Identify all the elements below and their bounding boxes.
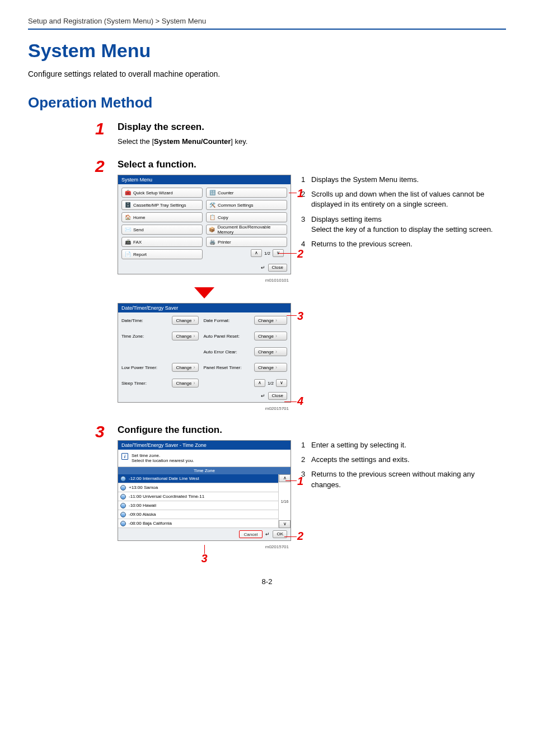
info-icon: i (121, 453, 128, 460)
label-panel-reset-timer: Panel Reset Timer: (203, 365, 249, 370)
menu-item-fax[interactable]: 📠FAX (121, 237, 203, 247)
change-button[interactable]: Change (172, 332, 199, 340)
step-2: 2 Select a function. System Menu 🧰Quick … (28, 159, 506, 411)
section-heading: Operation Method (28, 94, 506, 111)
step-number: 1 (95, 120, 118, 146)
label-auto-error-clear: Auto Error Clear: (203, 349, 249, 354)
return-icon: ↵ (260, 393, 266, 399)
menu-item-send[interactable]: ✉️Send (121, 225, 203, 235)
settings-icon: 🛠️ (209, 202, 216, 208)
close-button[interactable]: Close (268, 264, 287, 272)
change-button[interactable]: Change (172, 363, 199, 372)
box-icon: 📦 (209, 226, 215, 233)
step-3: 3 Configure the function. Date/Timer/Ene… (28, 424, 506, 549)
change-button[interactable]: Change (254, 332, 287, 340)
step-number: 3 (95, 423, 118, 549)
menu-item-quick-setup[interactable]: 🧰Quick Setup Wizard (121, 188, 203, 198)
down-arrow-icon (118, 287, 291, 298)
menu-item-copy[interactable]: 📋Copy (206, 212, 287, 222)
callout-4: 4 (297, 395, 303, 408)
tray-icon: 🗄️ (124, 202, 131, 208)
system-menu-panel: System Menu 🧰Quick Setup Wizard 🗄️Casset… (118, 175, 291, 274)
date-timer-panel: Date/Timer/Energy Saver Date/Time: Chang… (118, 303, 291, 403)
callout-3: 3 (297, 310, 303, 323)
intro-text: Configure settings related to overall ma… (28, 69, 506, 78)
step-heading: Display the screen. (118, 122, 506, 133)
return-icon: ↵ (265, 531, 270, 537)
panel-title: Date/Timer/Energy Saver (118, 304, 291, 312)
step-text: Select the [System Menu/Counter] key. (118, 137, 506, 146)
legend-item: 2 Scrolls up and down when the list of v… (301, 189, 506, 209)
legend-item: 2 Accepts the settings and exits. (301, 455, 506, 465)
page-indicator: 1/2 (264, 251, 270, 256)
step-number: 2 (95, 158, 118, 411)
legend-item: 1 Enter a setting by selecting it. (301, 440, 506, 450)
menu-item-cassette[interactable]: 🗄️Cassette/MP Tray Settings (121, 200, 203, 210)
list-item[interactable]: -08:00 Baja California (118, 519, 278, 528)
list-item[interactable]: +13:00 Samoa (118, 483, 278, 492)
copy-icon: 📋 (209, 214, 216, 221)
home-icon: 🏠 (124, 214, 131, 221)
globe-icon (120, 512, 126, 517)
label-low-power-timer: Low Power Timer: (121, 365, 167, 370)
scroll-down-button[interactable]: ∨ (279, 520, 291, 528)
scroll-down-button[interactable]: ∨ (276, 379, 287, 387)
label-time-zone: Time Zone: (121, 334, 167, 339)
close-button[interactable]: Close (268, 392, 287, 400)
page-number: 8-2 (28, 577, 506, 586)
menu-item-report[interactable]: 📄Report (121, 249, 203, 259)
panel-code: m01010101 (118, 278, 291, 283)
list-item[interactable]: -12:00 International Date Line West (118, 474, 278, 483)
label-date-time: Date/Time: (121, 318, 167, 323)
change-button[interactable]: Change (172, 379, 199, 388)
step-heading: Configure the function. (118, 424, 506, 436)
change-button[interactable]: Change (254, 316, 287, 325)
globe-icon (120, 503, 126, 508)
label-date-format: Date Format: (203, 318, 249, 323)
section-rule (28, 29, 506, 30)
legend-item: 3 Returns to the previous screen without… (301, 469, 506, 489)
list-item[interactable]: -11:00 Universal Coordinated Time-11 (118, 492, 278, 501)
globe-icon (120, 485, 126, 491)
wizard-icon: 🧰 (124, 189, 131, 196)
fax-icon: 📠 (124, 239, 131, 245)
callout-1: 1 (297, 187, 303, 200)
globe-icon (120, 494, 126, 500)
scroll-up-button[interactable]: ∧ (251, 249, 262, 257)
time-zone-panel: Date/Timer/Energy Saver - Time Zone i Se… (118, 440, 291, 541)
legend-item: 1 Displays the System Menu items. (301, 175, 506, 185)
change-button[interactable]: Change (254, 363, 287, 372)
scroll-up-button[interactable]: ∧ (254, 379, 265, 387)
printer-icon: 🖨️ (209, 239, 216, 245)
globe-icon (120, 521, 126, 526)
change-button[interactable]: Change (172, 316, 199, 325)
counter-icon: 🔢 (209, 189, 216, 196)
callout-2: 2 (297, 530, 303, 543)
menu-item-common[interactable]: 🛠️Common Settings (206, 200, 287, 210)
list-item[interactable]: -10:00 Hawaii (118, 501, 278, 510)
breadcrumb: Setup and Registration (System Menu) > S… (28, 17, 506, 29)
page-indicator: 1/2 (268, 381, 274, 386)
callout-2: 2 (297, 248, 303, 260)
list-item[interactable]: -09:00 Alaska (118, 510, 278, 519)
legend-item: 3 Displays setting items Select the key … (301, 214, 506, 235)
menu-item-home[interactable]: 🏠Home (121, 212, 203, 222)
menu-item-counter[interactable]: 🔢Counter (206, 188, 287, 198)
change-button[interactable]: Change (254, 347, 287, 356)
label-auto-panel-reset: Auto Panel Reset: (203, 334, 249, 339)
return-icon: ↵ (260, 265, 266, 270)
step-heading: Select a function. (118, 159, 506, 170)
legend-item: 4 Returns to the previous screen. (301, 239, 506, 249)
send-icon: ✉️ (124, 226, 131, 233)
step-1: 1 Display the screen. Select the [System… (28, 122, 506, 146)
list-header: Time Zone (118, 467, 291, 474)
menu-item-docbox[interactable]: 📦Document Box/Removable Memory (206, 225, 287, 235)
panel-code: m02015701 (118, 406, 291, 411)
cancel-button[interactable]: Cancel (239, 530, 263, 538)
menu-item-printer[interactable]: 🖨️Printer (206, 237, 287, 247)
callout-3: 3 (201, 552, 207, 565)
info-text: Set time zone. Select the location neare… (132, 453, 194, 463)
globe-icon (120, 476, 126, 482)
report-icon: 📄 (124, 251, 131, 258)
panel-title: System Menu (118, 175, 291, 184)
